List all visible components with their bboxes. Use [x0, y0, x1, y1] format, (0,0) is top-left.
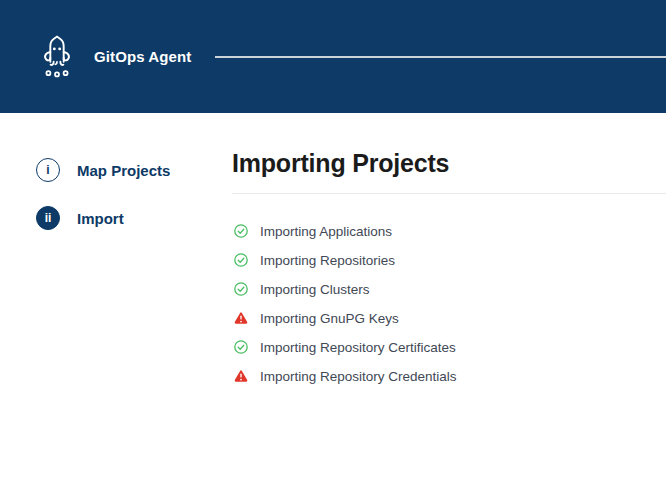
- check-circle-icon: [234, 340, 248, 354]
- status-row: Importing Repositories: [232, 246, 666, 275]
- app-header: GitOps Agent: [0, 0, 666, 113]
- status-label: Importing Repository Certificates: [260, 340, 456, 355]
- status-row: Importing Repository Certificates: [232, 333, 666, 362]
- status-label: Importing Applications: [260, 224, 392, 239]
- step-import[interactable]: ii Import: [36, 206, 232, 230]
- gitops-agent-window: GitOps Agent i Map Projects ii Import Im…: [0, 0, 666, 483]
- warning-triangle-icon: [234, 369, 248, 383]
- argo-squid-icon: [36, 33, 78, 81]
- status-row: Importing Applications: [232, 217, 666, 246]
- title-divider-line: [232, 193, 666, 194]
- app-title: GitOps Agent: [94, 48, 191, 65]
- check-circle-icon: [234, 253, 248, 267]
- step-number-icon: i: [36, 158, 60, 182]
- header-divider-line: [215, 56, 666, 58]
- step-label: Import: [77, 210, 124, 227]
- step-label: Map Projects: [77, 162, 170, 179]
- page-title: Importing Projects: [232, 149, 666, 178]
- step-number-icon: ii: [36, 206, 60, 230]
- warning-triangle-icon: [234, 311, 248, 325]
- status-label: Importing Repository Credentials: [260, 369, 457, 384]
- import-panel: Importing Projects Importing Application…: [232, 113, 666, 391]
- status-row: Importing Clusters: [232, 275, 666, 304]
- import-status-list: Importing Applications Importing Reposit…: [232, 217, 666, 391]
- step-map-projects[interactable]: i Map Projects: [36, 158, 232, 182]
- status-row: Importing Repository Credentials: [232, 362, 666, 391]
- check-circle-icon: [234, 282, 248, 296]
- check-circle-icon: [234, 224, 248, 238]
- wizard-stepper: i Map Projects ii Import: [0, 113, 232, 391]
- status-label: Importing Clusters: [260, 282, 370, 297]
- status-label: Importing GnuPG Keys: [260, 311, 399, 326]
- status-label: Importing Repositories: [260, 253, 395, 268]
- status-row: Importing GnuPG Keys: [232, 304, 666, 333]
- page-body: i Map Projects ii Import Importing Proje…: [0, 113, 666, 391]
